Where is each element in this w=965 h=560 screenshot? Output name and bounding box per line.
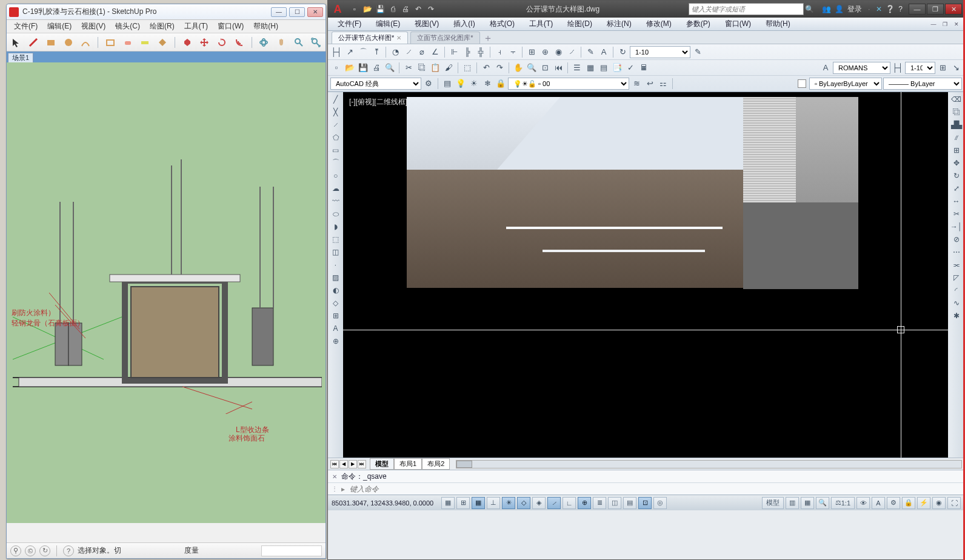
gradient-icon[interactable]: ◐ <box>330 284 342 296</box>
dimstyle-mgr-icon[interactable]: ✎ <box>692 46 704 58</box>
zoom-extents-icon[interactable] <box>309 35 323 50</box>
geo-icon[interactable]: ⚲ <box>10 545 21 556</box>
revcloud-icon[interactable]: ☁ <box>330 182 342 194</box>
menu-draw[interactable]: 绘图(R) <box>145 20 179 33</box>
matchprop-icon[interactable]: 🖌 <box>442 62 455 74</box>
menu-parametric[interactable]: 参数(P) <box>679 18 718 30</box>
quickview-layouts-icon[interactable]: ▥ <box>786 497 799 509</box>
menu-dimension[interactable]: 标注(N) <box>599 18 639 30</box>
addselected-icon[interactable]: ⊕ <box>330 335 342 347</box>
workspace-select[interactable]: AutoCAD 经典 <box>330 78 421 90</box>
eraser-tool-icon[interactable] <box>121 35 135 50</box>
chamfer-icon[interactable]: ◸ <box>950 272 963 283</box>
menu-camera[interactable]: 镜头(C) <box>110 20 145 33</box>
layer-prev-icon[interactable]: ↩ <box>644 78 656 90</box>
rectangle-icon[interactable]: ▭ <box>330 144 342 156</box>
quickview-drawings-icon[interactable]: ▦ <box>801 497 814 509</box>
otrack-toggle[interactable]: ⟋ <box>547 497 561 509</box>
layout-tab-1[interactable]: 布局1 <box>394 458 422 470</box>
tab-next-icon[interactable]: ▶ <box>349 460 357 468</box>
sketchup-viewport[interactable]: 刷防火涂料） 轻钢龙骨（石膏板面） L型收边条 涂料饰面石 <box>7 62 326 523</box>
line-icon[interactable]: ╱ <box>330 93 342 105</box>
help-icon[interactable]: ? <box>898 5 903 13</box>
dim-diameter-icon[interactable]: ⌀ <box>416 46 428 58</box>
qp-toggle[interactable]: ▤ <box>623 497 636 509</box>
layer-states-icon[interactable]: 💡 <box>455 78 467 90</box>
doc-tab-active[interactable]: 公开课节点大样图*✕ <box>332 32 408 44</box>
layer-freeze-icon[interactable]: ❄ <box>481 78 493 90</box>
menu-modify[interactable]: 修改(M) <box>639 18 679 30</box>
textstyle-select[interactable]: ROMANS <box>833 62 890 74</box>
hardware-accel-icon[interactable]: ⚡ <box>917 497 930 509</box>
save-icon[interactable]: 💾 <box>374 3 386 15</box>
measure-field[interactable] <box>261 545 322 556</box>
layer-iso-icon[interactable]: ☀ <box>468 78 480 90</box>
line-tool-icon[interactable] <box>27 35 41 50</box>
pan-icon[interactable]: ✋ <box>512 62 524 74</box>
layer-mgr-icon[interactable]: ⚏ <box>657 78 669 90</box>
viewport-label[interactable]: [-][俯视][二维线框] <box>349 97 407 107</box>
lwt-toggle[interactable]: ≣ <box>593 497 606 509</box>
autocad-titlebar[interactable]: A ▫ 📂 💾 ⎙ 🖨 ↶ ↷ 公开课节点大样图.dwg 🔍 👥 👤 登录 · … <box>328 1 964 18</box>
horizontal-scrollbar[interactable] <box>456 460 962 468</box>
maximize-button[interactable]: ☐ <box>289 7 305 17</box>
dimstyle-select[interactable]: 1-10 <box>630 46 690 58</box>
workspace-settings-icon[interactable]: ⚙ <box>422 78 435 90</box>
offset-tool-icon[interactable] <box>232 35 247 50</box>
menu-format[interactable]: 格式(O) <box>482 18 522 30</box>
lock-ui-icon[interactable]: 🔒 <box>902 497 915 509</box>
copy-icon[interactable]: ⿻ <box>416 62 428 74</box>
orbit-tool-icon[interactable] <box>256 35 271 50</box>
layer-select[interactable]: 💡☀🔓 ▫ 00 <box>508 78 629 90</box>
ellipse-icon[interactable]: ⬭ <box>330 208 342 219</box>
new-file-icon[interactable]: ▫ <box>330 62 342 74</box>
mleaderstyle-icon[interactable]: ↘ <box>950 62 962 74</box>
scene-tab-1[interactable]: 场景1 <box>8 53 33 63</box>
dimstyle-icon2[interactable]: ├┤ <box>892 62 904 74</box>
dim-arc-icon[interactable]: ⌒ <box>357 46 369 58</box>
paint-tool-icon[interactable] <box>155 35 170 50</box>
child-minimize[interactable]: — <box>928 20 939 28</box>
minimize-button[interactable]: — <box>271 7 287 17</box>
zoom-tool-icon[interactable] <box>292 35 306 50</box>
quickcalc-icon[interactable]: 🖩 <box>638 62 650 74</box>
insert-block-icon[interactable]: ⬚ <box>330 233 342 245</box>
layout-tab-2[interactable]: 布局2 <box>422 458 450 470</box>
plot-preview-icon[interactable]: 🔍 <box>384 62 396 74</box>
sheet-set-icon[interactable]: 📑 <box>611 62 623 74</box>
anno-scale-value[interactable]: ⚖ 1:1 <box>831 497 855 509</box>
doc-tab-inactive[interactable]: 立面节点深化图库* <box>410 32 479 44</box>
close-button[interactable]: ✕ <box>945 4 962 15</box>
circle-tool-icon[interactable] <box>61 35 76 50</box>
mirror-icon[interactable]: ▟▙ <box>950 119 963 130</box>
arc-tool-icon[interactable] <box>79 35 93 50</box>
dim-radius-icon[interactable]: ◔ <box>389 46 401 58</box>
linetype-select[interactable]: ——— ByLayer <box>883 78 962 90</box>
ortho-toggle[interactable]: ⊥ <box>487 497 500 509</box>
dim-space-icon[interactable]: ⫞ <box>493 46 506 58</box>
dim-break-icon[interactable]: ⫟ <box>507 46 519 58</box>
tolerance-icon[interactable]: ⊞ <box>526 46 538 58</box>
ellipse-arc-icon[interactable]: ◗ <box>330 221 342 232</box>
menu-window[interactable]: 窗口(W) <box>213 20 249 33</box>
rectangle-tool-icon[interactable] <box>44 35 58 50</box>
dim-edit-icon[interactable]: ✎ <box>584 46 596 58</box>
dim-update-icon[interactable]: ↻ <box>616 46 629 58</box>
infer-toggle[interactable]: ▦ <box>441 497 455 509</box>
dim-text-edit-icon[interactable]: A <box>598 46 610 58</box>
break-point-icon[interactable]: ⊘ <box>950 233 963 245</box>
coordinates[interactable]: 85031.3047, 132433.9480, 0.0000 <box>332 499 433 507</box>
am-toggle[interactable]: ◎ <box>653 497 667 509</box>
extend-icon[interactable]: →│ <box>950 221 963 232</box>
select-tool-icon[interactable] <box>9 35 24 50</box>
close-tab-icon[interactable]: ✕ <box>396 35 401 41</box>
child-close[interactable]: ✕ <box>951 20 962 28</box>
hatch-icon[interactable]: ▨ <box>330 272 342 283</box>
color-select[interactable]: ▫ ByLayerByLayer <box>809 78 882 90</box>
dim-quick-icon[interactable]: ⊩ <box>448 46 460 58</box>
blend-icon[interactable]: ∿ <box>950 297 963 308</box>
explode-icon[interactable]: ✱ <box>950 310 963 321</box>
region-icon[interactable]: ◇ <box>330 297 342 308</box>
dim-angular-icon[interactable]: ∠ <box>429 46 441 58</box>
menu-insert[interactable]: 插入(I) <box>446 18 482 30</box>
